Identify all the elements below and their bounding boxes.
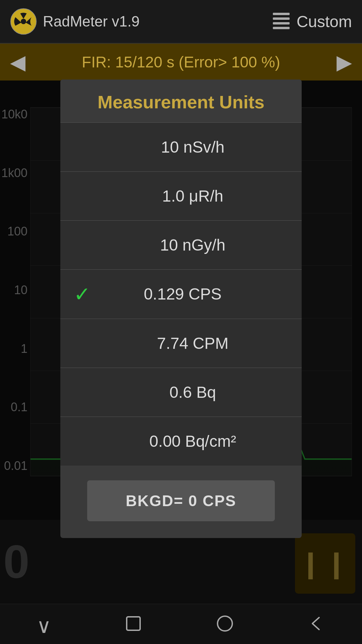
modal-title: Measurement Units [60,79,302,122]
unit-check-ur [74,184,94,208]
custom-label[interactable]: Custom [297,12,352,31]
bkgd-button-text: BKGD= 0 CPS [126,492,236,509]
unit-check-bq [74,381,94,404]
unit-option-cpm[interactable]: 7.74 CPM [60,319,302,368]
bkgd-button[interactable]: BKGD= 0 CPS [87,480,275,521]
unit-text-ngy: 10 nGy/h [97,236,288,254]
svg-rect-7 [127,617,140,630]
svg-rect-2 [273,13,290,15]
unit-option-nsv[interactable]: 10 nSv/h [60,122,302,171]
android-nav-bar: ∨ [0,604,362,644]
nav-down-icon[interactable]: ∨ [37,614,51,638]
app-title: RadMeter v1.9 [43,13,140,30]
unit-text-nsv: 10 nSv/h [97,138,288,156]
unit-option-bq[interactable]: 0.6 Bq [60,368,302,417]
unit-option-ur[interactable]: 1.0 μR/h [60,171,302,220]
nav-square-icon[interactable] [124,614,143,637]
measurement-units-modal: Measurement Units 10 nSv/h 1.0 μR/h 10 n… [60,79,302,538]
nav-back-icon[interactable] [307,614,326,637]
unit-option-cps[interactable]: ✓ 0.129 CPS [60,269,302,319]
modal-overlay: Measurement Units 10 nSv/h 1.0 μR/h 10 n… [0,80,362,604]
menu-icon [271,10,291,33]
custom-area[interactable]: Custom [271,10,352,33]
svg-rect-5 [273,27,290,29]
svg-point-8 [218,616,232,631]
unit-check-cpm [74,332,94,355]
unit-check-ngy [74,233,94,257]
nav-circle-icon[interactable] [216,614,234,637]
svg-rect-3 [273,17,290,20]
main-area: Radiation plot [μSv/h] - 1 min 10k0 1k00… [0,80,362,604]
svg-rect-4 [273,22,290,24]
unit-text-bq: 0.6 Bq [97,383,288,401]
radiation-icon [10,8,37,35]
unit-text-bqcm: 0.00 Bq/cm² [97,432,288,450]
app-logo-area: RadMeter v1.9 [10,8,140,35]
unit-text-cpm: 7.74 CPM [97,334,288,353]
unit-option-ngy[interactable]: 10 nGy/h [60,220,302,269]
fir-arrow-left[interactable]: ◀ [3,50,32,74]
unit-text-cps: 0.129 CPS [77,285,288,303]
unit-option-bqcm[interactable]: 0.00 Bq/cm² [60,417,302,466]
fir-text: FIR: 15/120 s (Error> 100 %) [32,53,330,71]
fir-arrow-right[interactable]: ▶ [330,50,359,74]
fir-bar: ◀ FIR: 15/120 s (Error> 100 %) ▶ [0,44,362,80]
svg-point-1 [21,19,26,24]
unit-text-ur: 1.0 μR/h [97,187,288,205]
unit-check-bqcm [74,430,94,453]
top-bar: RadMeter v1.9 Custom [0,0,362,44]
unit-check-nsv [74,136,94,159]
